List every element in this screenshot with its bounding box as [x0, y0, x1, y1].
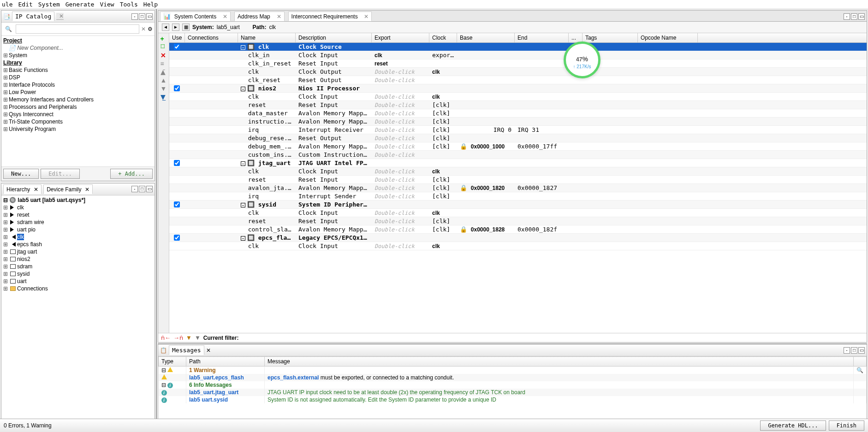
library-item[interactable]: ⊞Interface Protocols	[2, 81, 154, 89]
filter-funnel-icon[interactable]: ▼	[186, 334, 192, 341]
tab-device-family[interactable]: Device Family ✕	[43, 184, 93, 194]
tab-address-map[interactable]: Address Map ✕	[234, 12, 285, 21]
collapse-icon[interactable]: ≡	[161, 60, 167, 66]
library-item[interactable]: ⊞Processors and Peripherals	[2, 103, 154, 111]
hierarchy-item[interactable]: ⊞sdram wire	[2, 219, 154, 226]
tab-system-contents[interactable]: 📊 System Contents ✕	[160, 12, 231, 21]
message-row[interactable]: ⊟ i6 Info Messages	[159, 381, 867, 389]
new-component-item[interactable]: 📄 New Component...	[2, 44, 154, 52]
filter-funnel-icon[interactable]: ▼	[195, 334, 201, 341]
hierarchy-item[interactable]: ⊞sysid	[2, 270, 154, 278]
close-icon[interactable]: ✕	[206, 347, 211, 354]
close-icon[interactable]: ✕	[85, 186, 89, 193]
table-row[interactable]: irqInterrupt SenderDouble-click[clk]	[169, 192, 867, 201]
table-row[interactable]: clkClock InputDouble-clickclk	[169, 242, 867, 250]
library-item[interactable]: ⊞Low Power	[2, 89, 154, 96]
hierarchy-item[interactable]: ⊞epcs flash	[2, 241, 154, 248]
maximize-icon[interactable]: □	[139, 13, 145, 20]
restore-icon[interactable]: ▭	[146, 186, 153, 192]
menu-item[interactable]: Generate	[65, 1, 95, 8]
table-row[interactable]: -🔲 nios2Nios II Processor	[169, 84, 867, 93]
add-multi-icon[interactable]: ⬚	[161, 43, 167, 50]
restore-icon[interactable]: ▭	[146, 13, 153, 20]
maximize-icon[interactable]: □	[851, 13, 857, 20]
close-icon[interactable]: ✕	[59, 13, 64, 19]
table-row[interactable]: clkClock OutputDouble-clickclk	[169, 68, 867, 76]
table-row[interactable]: resetReset InputDouble-click[clk]	[169, 217, 867, 225]
move-top-icon[interactable]: ▲̄	[161, 68, 167, 75]
library-item[interactable]: ⊞Qsys Interconnect	[2, 111, 154, 118]
message-row[interactable]: lab5_uart.epcs_flashepcs_flash.external …	[159, 374, 867, 381]
add-icon[interactable]: +	[161, 35, 167, 41]
tab-hierarchy[interactable]: Hierarchy ✕	[3, 184, 42, 194]
delete-icon[interactable]: ✕	[161, 52, 167, 58]
menu-item[interactable]: ule	[2, 1, 12, 8]
message-row[interactable]: ilab5_uart.jtag_uartJTAG UART IP input c…	[159, 389, 867, 396]
hierarchy-item[interactable]: ⊞clk	[2, 233, 154, 241]
message-row[interactable]: ilab5 uart.sysidSystem ID is not assigne…	[159, 396, 867, 403]
filter-icon[interactable]: ṅ←	[161, 334, 171, 341]
menu-item[interactable]: System	[38, 1, 60, 8]
library-item[interactable]: ⊞Basic Functions	[2, 66, 154, 74]
help-icon[interactable]: 🔍	[856, 367, 863, 373]
message-row[interactable]: ⊟ 1 Warning🔍	[159, 367, 867, 374]
restore-icon[interactable]: ▭	[858, 13, 865, 20]
move-down-icon[interactable]: ▼	[161, 85, 167, 91]
search-input[interactable]	[16, 24, 139, 34]
hierarchy-item[interactable]: ⊞clk	[2, 204, 154, 211]
table-row[interactable]: -🔲 jtag_uartJTAG UART Intel FP...	[169, 159, 867, 167]
move-bottom-icon[interactable]: ▼̲	[161, 93, 167, 100]
table-row[interactable]: clk_in_resetReset Inputreset	[169, 59, 867, 68]
table-row[interactable]: resetReset InputDouble-click[clk]	[169, 101, 867, 109]
minimize-icon[interactable]: -	[844, 13, 850, 20]
table-row[interactable]: clkClock InputDouble-clickclk	[169, 209, 867, 217]
table-row[interactable]: resetReset InputDouble-click[clk]	[169, 176, 867, 184]
table-row[interactable]: -🔲 epcs_flashLegacy EPCS/EPCQx1...	[169, 234, 867, 242]
table-row[interactable]: avalon_jta...Avalon Memory Mapp...Double…	[169, 184, 867, 192]
hierarchy-item[interactable]: ⊞uart pio	[2, 226, 154, 233]
use-checkbox[interactable]	[174, 160, 180, 166]
close-icon[interactable]: ✕	[34, 186, 38, 193]
move-up-icon[interactable]: ▲	[161, 77, 167, 83]
table-row[interactable]: debug_mem_...Avalon Memory Mapp...Double…	[169, 142, 867, 151]
hierarchy-root[interactable]: ⊟ 🔘 lab5 uart [lab5 uart.qsys*]	[2, 196, 154, 204]
close-icon[interactable]: ✕	[277, 13, 281, 20]
maximize-icon[interactable]: □	[139, 186, 145, 192]
table-row[interactable]: clkClock InputDouble-clickclk	[169, 167, 867, 176]
use-checkbox[interactable]	[174, 201, 180, 207]
table-row[interactable]: clkClock InputDouble-clickclk	[169, 93, 867, 101]
table-row[interactable]: -🔲 clkClock Source	[169, 43, 867, 51]
filter-icon[interactable]: →ṅ	[173, 334, 183, 341]
maximize-icon[interactable]: □	[851, 347, 857, 354]
generate-hdl-button[interactable]: Generate HDL...	[760, 420, 826, 431]
menu-item[interactable]: Edit	[18, 1, 32, 8]
minimize-icon[interactable]: -	[131, 13, 138, 20]
table-row[interactable]: custom_ins...Custom Instruction...Double…	[169, 151, 867, 159]
minimize-icon[interactable]: -	[844, 347, 850, 354]
table-row[interactable]: clk_inClock Inputclkexporte	[169, 51, 867, 59]
table-row[interactable]: instructio...Avalon Memory Mapp...Double…	[169, 118, 867, 126]
use-checkbox[interactable]	[174, 44, 180, 50]
library-item[interactable]: ⊞University Program	[2, 125, 154, 133]
nav-fwd-icon[interactable]: ►	[172, 24, 179, 31]
nav-back-icon[interactable]: ◄	[162, 24, 169, 31]
table-row[interactable]: -🔲 sysidSystem ID Peripher...	[169, 201, 867, 209]
library-item[interactable]: ⊞DSP	[2, 74, 154, 81]
menu-item[interactable]: Help	[143, 1, 158, 8]
menu-item[interactable]: Tools	[120, 1, 138, 8]
edit-button[interactable]: Edit...	[41, 169, 80, 179]
finish-button[interactable]: Finish	[829, 420, 864, 431]
table-row[interactable]: debug_rese...Reset OutputDouble-click[cl…	[169, 134, 867, 142]
nav-up-icon[interactable]: ▦	[182, 24, 190, 31]
table-row[interactable]: clk_resetReset OutputDouble-click	[169, 76, 867, 84]
table-row[interactable]: irqInterrupt ReceiverDouble-click[clk]IR…	[169, 126, 867, 134]
settings-icon[interactable]: ⚙	[148, 26, 153, 32]
new-button[interactable]: New...	[3, 169, 39, 179]
use-checkbox[interactable]	[174, 235, 180, 241]
tab-interconnect[interactable]: Interconnect Requirements ✕	[288, 12, 372, 21]
close-icon[interactable]: ✕	[223, 13, 227, 20]
hierarchy-item[interactable]: ⊞nios2	[2, 255, 154, 263]
hierarchy-item[interactable]: ⊞jtag uart	[2, 248, 154, 255]
system-item[interactable]: ⊞System	[2, 52, 154, 59]
table-row[interactable]: control_slaveAvalon Memory Mapp...Double…	[169, 225, 867, 234]
